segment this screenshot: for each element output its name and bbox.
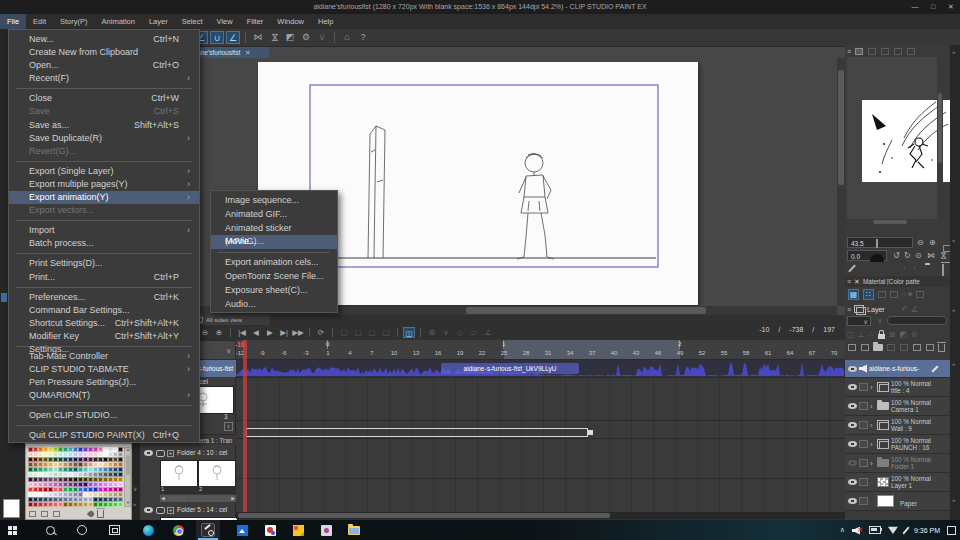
- lock-layer-icon[interactable]: [878, 334, 885, 339]
- maximize-button[interactable]: □: [924, 0, 942, 14]
- expand-plus-icon[interactable]: +: [167, 507, 174, 514]
- prev-icon[interactable]: ‹: [903, 263, 906, 272]
- eye-icon[interactable]: [848, 460, 857, 466]
- folder-thumbnail-icon[interactable]: [877, 459, 889, 467]
- layer-row-title-4[interactable]: ›100 % Normaltitle : 4: [845, 378, 950, 397]
- loop-icon[interactable]: ⟳: [315, 327, 327, 338]
- eye-icon[interactable]: [848, 366, 857, 372]
- enable-mask-icon[interactable]: ⊞: [889, 330, 896, 339]
- file-menu-item-quit-clip-studio-paint-x[interactable]: Quit CLIP STUDIO PAINT(X)Ctrl+Q: [9, 429, 199, 442]
- layer-checkbox[interactable]: [859, 497, 868, 505]
- new-folder-icon[interactable]: [873, 344, 883, 351]
- file-menu-item-preferences[interactable]: Preferences...Ctrl+K: [9, 291, 199, 304]
- menubar-item-edit[interactable]: Edit: [26, 14, 53, 29]
- close-button[interactable]: ✕: [942, 0, 960, 14]
- paper-thumbnail-icon[interactable]: [877, 495, 894, 507]
- collapse-icon[interactable]: «: [952, 361, 955, 367]
- reference-layer-icon[interactable]: ∴: [869, 330, 874, 339]
- next-frame-icon[interactable]: ▶|: [278, 327, 290, 338]
- tray-expand-icon[interactable]: ∧: [840, 526, 845, 534]
- file-menu-item-create-new-from-clipboard[interactable]: Create New from Clipboard: [9, 46, 199, 59]
- file-menu-item-export-animation-y[interactable]: Export animation(Y)›: [9, 191, 199, 204]
- timeline-tab[interactable]: All sides view: [194, 315, 270, 325]
- new-cel2-icon[interactable]: ▢: [352, 327, 364, 338]
- layer-checkbox[interactable]: [859, 440, 868, 448]
- layer-checkbox[interactable]: [859, 421, 868, 429]
- delete-color-icon[interactable]: [97, 510, 104, 518]
- next-icon[interactable]: ›: [913, 263, 916, 272]
- rotate-right-icon[interactable]: ↻: [904, 251, 911, 260]
- subview-tab-icon[interactable]: [868, 48, 876, 55]
- submenu-item-image-sequence[interactable]: Image sequence...: [211, 194, 337, 208]
- audio-clip-label[interactable]: aidiane-s-furious-fist_UkV9LLyU: [441, 363, 579, 374]
- lock-transparent-icon[interactable]: ⊥: [858, 330, 865, 339]
- zoom-in-icon[interactable]: ⊕: [929, 238, 936, 247]
- layer-checkbox[interactable]: [859, 478, 868, 486]
- flip-vertical-icon[interactable]: ⋈: [939, 252, 948, 260]
- zoom-in-icon[interactable]: ⊕: [213, 327, 225, 338]
- layer-undo-icon[interactable]: ↶: [902, 305, 909, 314]
- submenu-item-exposure-sheet-c[interactable]: Exposure sheet(C)...: [211, 284, 337, 298]
- snap-grid-icon[interactable]: ∠: [226, 31, 240, 44]
- celstack-thumbnail-icon[interactable]: [877, 439, 889, 449]
- menubar-item-storyp[interactable]: Story(P): [53, 14, 95, 29]
- file-menu-item-command-bar-settings[interactable]: Command Bar Settings...: [9, 304, 199, 317]
- folder4-track-header[interactable]: + Folder 4 : 10 : cel: [140, 447, 236, 460]
- cel-next-button[interactable]: ›: [224, 422, 233, 431]
- menubar-item-view[interactable]: View: [210, 14, 240, 29]
- material-copy-icon[interactable]: [878, 291, 886, 298]
- search-icon[interactable]: [38, 520, 62, 540]
- menubar-item-filter[interactable]: Filter: [240, 14, 271, 29]
- wifi-icon[interactable]: [888, 526, 898, 534]
- file-menu-item-recent-f[interactable]: Recent(F)›: [9, 72, 199, 85]
- cel-batch-icon[interactable]: ▢: [380, 327, 392, 338]
- layer-checkbox[interactable]: [859, 383, 868, 391]
- photos-icon[interactable]: [230, 520, 254, 540]
- file-menu-item-print[interactable]: Print...Ctrl+P: [9, 271, 199, 284]
- clip-to-layer-icon[interactable]: ◻: [847, 330, 854, 339]
- expand-arrow-icon[interactable]: ›: [870, 383, 877, 392]
- minimize-button[interactable]: —: [906, 0, 924, 14]
- layer-color-icon[interactable]: ⊘: [911, 330, 918, 339]
- menubar-item-window[interactable]: Window: [270, 14, 311, 29]
- file-menu-item-export-single-layer[interactable]: Export (Single Layer)›: [9, 165, 199, 178]
- chevron-down-icon[interactable]: ∨: [133, 485, 137, 492]
- flip-horizontal-icon[interactable]: ⋈: [927, 251, 935, 260]
- file-menu-item-tab-mate-controller[interactable]: Tab-Mate Controller›: [9, 350, 199, 363]
- panel-menu-icon[interactable]: ≡: [847, 306, 851, 313]
- expand-plus-icon[interactable]: +: [167, 450, 174, 457]
- file-menu-item-import[interactable]: Import›: [9, 224, 199, 237]
- cel-thumbnail[interactable]: [198, 460, 236, 488]
- layer-checkbox[interactable]: [859, 459, 868, 467]
- file-menu-item-new[interactable]: New...Ctrl+N: [9, 33, 199, 46]
- chevron-down-icon[interactable]: ∨: [440, 327, 452, 338]
- cel-scrollbar-thumb[interactable]: [168, 496, 186, 501]
- file-menu-item-export-multiple-pages-y[interactable]: Export multiple pages(Y)›: [9, 178, 199, 191]
- submenu-item-opentoonz-scene-file[interactable]: OpenToonz Scene File...: [211, 270, 337, 284]
- panel-menu-icon[interactable]: ≡: [847, 48, 851, 55]
- scroll-down-icon[interactable]: ▼: [126, 500, 130, 505]
- timeline-tracks[interactable]: aidiane-s-furious-fist_UkV9LLyU: [236, 360, 845, 512]
- paint-app-icon[interactable]: [258, 520, 282, 540]
- cel-settings-icon[interactable]: ▢: [366, 327, 378, 338]
- eye-icon[interactable]: [848, 422, 857, 428]
- clip-duration-bar[interactable]: [246, 428, 588, 437]
- layer-row-folder-1[interactable]: ›100 % NormalFolder 1: [845, 454, 950, 473]
- snap-special-ruler-icon[interactable]: ∪: [210, 31, 224, 44]
- document-tab-close-icon[interactable]: ✕: [245, 49, 250, 56]
- item-bank-tab-icon[interactable]: [881, 48, 889, 55]
- eye-icon[interactable]: [144, 507, 153, 513]
- file-menu-item-qumarion-t[interactable]: QUMARION(T)›: [9, 389, 199, 402]
- scroll-left-icon[interactable]: ◀: [161, 495, 165, 501]
- palette-page-icon[interactable]: [29, 511, 36, 517]
- timeline-ruler[interactable]: -12-9-6-31471013161922252831343740434649…: [236, 340, 845, 360]
- tutorial-icon[interactable]: ⌂: [340, 31, 354, 44]
- delete-layer-icon[interactable]: [938, 344, 945, 352]
- tween-icon[interactable]: ▱: [468, 327, 480, 338]
- layer-mask-icon[interactable]: [913, 344, 921, 351]
- timeline-horizontal-scrollbar-thumb[interactable]: [238, 513, 610, 518]
- expand-arrow-icon[interactable]: ›: [870, 440, 877, 449]
- pen-input-icon[interactable]: [902, 526, 909, 534]
- menubar-item-layer[interactable]: Layer: [142, 14, 175, 29]
- new-layer-icon[interactable]: [848, 344, 856, 351]
